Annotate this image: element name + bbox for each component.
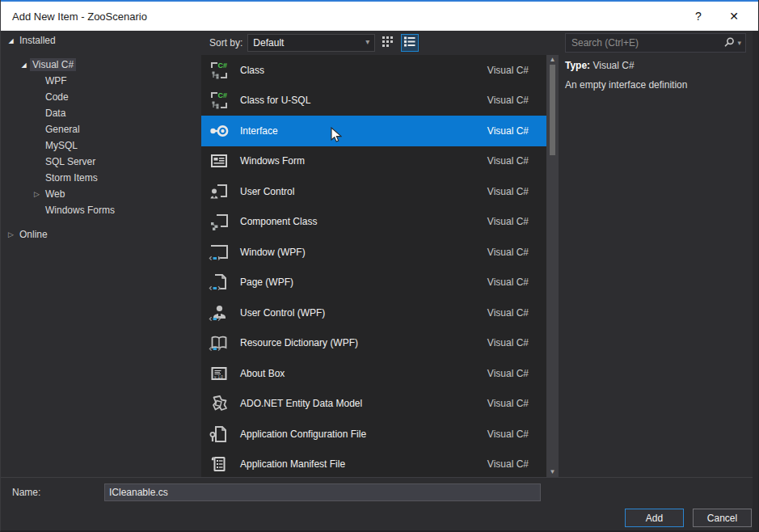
template-row-application-manifest-file[interactable]: Application Manifest FileVisual C# bbox=[201, 450, 546, 478]
template-language: Visual C# bbox=[487, 125, 529, 137]
search-options-chevron-icon[interactable]: ▾ bbox=[737, 39, 741, 47]
search-icon[interactable] bbox=[723, 36, 736, 49]
small-icons-view-icon bbox=[381, 34, 395, 52]
template-row-about-box[interactable]: v. 1.0About BoxVisual C# bbox=[201, 358, 546, 389]
user-control-icon bbox=[209, 181, 230, 202]
template-language: Visual C# bbox=[487, 65, 529, 76]
cancel-button[interactable]: Cancel bbox=[693, 509, 752, 527]
tree-item-general[interactable]: General bbox=[1, 121, 201, 137]
tree-item-windows-forms[interactable]: Windows Forms bbox=[1, 202, 201, 218]
sort-toolbar: Sort by: Default ▾ bbox=[201, 31, 559, 55]
tree-item-code[interactable]: Code bbox=[1, 89, 201, 105]
application-manifest-file-icon bbox=[209, 454, 230, 475]
class-icon: C# bbox=[209, 60, 230, 81]
windows-form-icon bbox=[209, 150, 230, 171]
svg-text:C#: C# bbox=[218, 61, 228, 70]
scrollbar-thumb[interactable] bbox=[550, 65, 555, 155]
tree-expanded-icon[interactable]: ◢ bbox=[18, 61, 30, 69]
template-name: Component Class bbox=[240, 216, 487, 227]
titlebar: Add New Item - ZooScenario ? ✕ bbox=[1, 0, 759, 31]
name-label: Name: bbox=[12, 487, 40, 498]
close-button[interactable]: ✕ bbox=[716, 10, 752, 23]
template-row-application-configuration-file[interactable]: Application Configuration FileVisual C# bbox=[201, 419, 546, 450]
template-row-component-class[interactable]: Component ClassVisual C# bbox=[201, 207, 546, 238]
template-row-class[interactable]: C#ClassVisual C# bbox=[201, 55, 546, 86]
scroll-down-icon[interactable]: ▼ bbox=[546, 467, 559, 477]
template-name: ADO.NET Entity Data Model bbox=[240, 398, 487, 409]
template-row-user-control-wpf[interactable]: User Control (WPF)Visual C# bbox=[201, 298, 546, 328]
template-row-windows-form[interactable]: Windows FormVisual C# bbox=[201, 146, 546, 177]
tree-item-installed[interactable]: ◢Installed bbox=[1, 32, 201, 49]
tree-item-label: MySQL bbox=[43, 139, 80, 152]
page-wpf-icon bbox=[209, 272, 230, 293]
footer: Name: Add Cancel bbox=[1, 477, 753, 532]
template-language: Visual C# bbox=[487, 247, 529, 258]
search-input[interactable]: Search (Ctrl+E) ▾ bbox=[565, 33, 746, 53]
interface-icon bbox=[209, 120, 230, 141]
tree-item-web[interactable]: ▷Web bbox=[1, 186, 201, 202]
tree-item-data[interactable]: Data bbox=[1, 105, 201, 121]
tree-item-label: Storm Items bbox=[43, 171, 100, 184]
tree-expanded-icon[interactable]: ◢ bbox=[5, 37, 17, 44]
description-panel: Search (Ctrl+E) ▾ Type: Visual C# An emp… bbox=[559, 31, 753, 477]
window-wpf-icon bbox=[209, 242, 230, 263]
template-language: Visual C# bbox=[487, 155, 529, 167]
user-control-wpf-icon bbox=[209, 302, 230, 323]
chevron-down-icon: ▾ bbox=[365, 37, 369, 46]
template-name: About Box bbox=[240, 368, 487, 379]
tree-item-label: Code bbox=[43, 91, 71, 103]
small-icons-view-button[interactable] bbox=[379, 34, 397, 52]
sort-value: Default bbox=[253, 37, 284, 49]
type-value: Visual C# bbox=[592, 60, 634, 71]
template-row-class-for-u-sql[interactable]: C#Class for U-SQLVisual C# bbox=[201, 86, 546, 116]
application-configuration-file-icon bbox=[209, 424, 230, 445]
template-list: C#ClassVisual C#C#Class for U-SQLVisual … bbox=[201, 55, 546, 477]
add-button[interactable]: Add bbox=[625, 509, 684, 527]
list-view-icon bbox=[403, 34, 417, 52]
type-label: Type: bbox=[565, 60, 590, 71]
tree-item-sql-server[interactable]: SQL Server bbox=[1, 154, 201, 170]
scroll-up-icon[interactable]: ▲ bbox=[546, 55, 559, 65]
tree-item-mysql[interactable]: MySQL bbox=[1, 137, 201, 154]
svg-text:C#: C# bbox=[218, 91, 228, 99]
dialog-right-gutter bbox=[753, 31, 759, 532]
template-row-window-wpf[interactable]: Window (WPF)Visual C# bbox=[201, 237, 546, 268]
template-row-user-control[interactable]: User ControlVisual C# bbox=[201, 176, 546, 207]
tree-item-label: WPF bbox=[43, 74, 70, 87]
tree-collapsed-icon[interactable]: ▷ bbox=[5, 230, 17, 239]
tree-item-wpf[interactable]: WPF bbox=[1, 73, 201, 89]
tree-item-label: Web bbox=[43, 188, 67, 201]
template-language: Visual C# bbox=[487, 307, 529, 319]
component-class-icon bbox=[209, 211, 230, 232]
template-info: Type: Visual C# An empty interface defin… bbox=[565, 60, 749, 91]
tree-collapsed-icon[interactable]: ▷ bbox=[31, 190, 43, 198]
name-input[interactable] bbox=[104, 483, 541, 501]
sort-dropdown[interactable]: Default ▾ bbox=[247, 34, 375, 52]
dialog-title: Add New Item - ZooScenario bbox=[12, 11, 147, 23]
tree-item-storm-items[interactable]: Storm Items bbox=[1, 170, 201, 186]
template-language: Visual C# bbox=[487, 337, 529, 348]
template-row-page-wpf[interactable]: Page (WPF)Visual C# bbox=[201, 268, 546, 298]
add-new-item-dialog: Add New Item - ZooScenario ? ✕ ◢Installe… bbox=[0, 0, 759, 532]
tree-item-label: Visual C# bbox=[30, 58, 76, 71]
template-list-panel: Sort by: Default ▾ C#ClassVisual C#C#Cla… bbox=[201, 31, 559, 477]
template-name: Application Configuration File bbox=[240, 429, 487, 440]
template-row-interface[interactable]: InterfaceVisual C# bbox=[201, 116, 546, 146]
list-scrollbar[interactable]: ▲ ▼ bbox=[546, 55, 559, 477]
template-name: User Control (WPF) bbox=[240, 307, 487, 319]
template-row-resource-dictionary-wpf[interactable]: Resource Dictionary (WPF)Visual C# bbox=[201, 328, 546, 359]
template-row-ado-net-entity-data-model[interactable]: ADO.NET Entity Data ModelVisual C# bbox=[201, 389, 546, 420]
template-name: Class bbox=[240, 65, 487, 76]
tree-item-label: General bbox=[43, 123, 82, 136]
template-name: Interface bbox=[240, 125, 487, 137]
template-description: An empty interface definition bbox=[565, 79, 749, 91]
ado-net-entity-data-model-icon bbox=[209, 393, 230, 414]
help-button[interactable]: ? bbox=[681, 10, 716, 23]
template-language: Visual C# bbox=[487, 368, 529, 379]
tree-item-visual-c[interactable]: ◢Visual C# bbox=[1, 57, 201, 73]
tree-item-online[interactable]: ▷Online bbox=[1, 226, 201, 243]
template-name: Application Manifest File bbox=[240, 458, 487, 470]
list-view-button[interactable] bbox=[401, 34, 419, 52]
resource-dictionary-wpf-icon bbox=[209, 332, 230, 353]
sort-by-label: Sort by: bbox=[209, 37, 242, 49]
